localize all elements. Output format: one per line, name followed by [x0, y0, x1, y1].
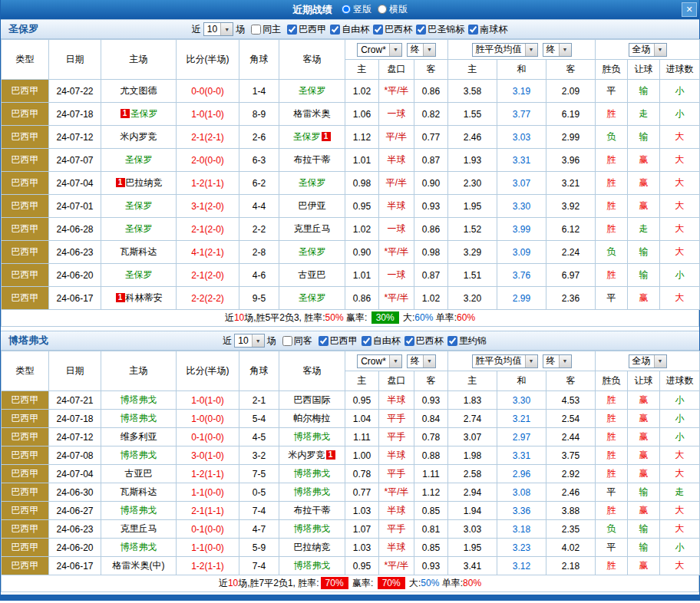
eu-away-odds-cell: 2.54 — [546, 410, 596, 428]
bookmaker-select[interactable]: Crow*▼ — [357, 354, 402, 368]
eu-final-select[interactable]: 终▼ — [543, 43, 572, 57]
close-button[interactable]: ✕ — [682, 2, 697, 17]
eu-draw-odds-cell: 3.23 — [497, 539, 546, 557]
layout-radio-horizontal[interactable]: 横版 — [378, 3, 408, 16]
same-venue-filter[interactable]: 同主 — [251, 23, 281, 36]
scope-select[interactable]: 全场▼ — [629, 354, 667, 368]
ah-final-select[interactable]: 终▼ — [407, 43, 436, 57]
col-handicap: 让球 — [628, 371, 660, 391]
eu-home-odds-cell: 1.98 — [448, 446, 497, 465]
league-checkbox[interactable] — [447, 336, 457, 346]
league-label: 巴西甲 — [299, 23, 326, 36]
goals-result-cell: 大 — [660, 195, 700, 218]
eu-away-odds-cell: 2.24 — [546, 241, 596, 264]
league-checkbox[interactable] — [373, 25, 383, 35]
date-cell: 24-07-18 — [49, 103, 101, 126]
match-count-select[interactable]: 10▼ — [234, 334, 264, 348]
match-row: 巴西甲24-06-23瓦斯科达4-1(2-1)2-8圣保罗0.90*平/半0.9… — [2, 241, 700, 264]
col-eu-away: 客 — [546, 60, 596, 80]
eu-draw-odds-cell: 3.07 — [497, 172, 546, 195]
odds-average-select[interactable]: 胜平负均值▼ — [472, 43, 538, 57]
league-filter[interactable]: 巴西甲 — [319, 334, 358, 348]
match-row: 巴西甲24-06-20博塔弗戈1-1(0-0)5-9巴拉纳竞1.03半球0.85… — [2, 539, 700, 557]
eu-draw-odds-cell: 2.96 — [497, 465, 546, 483]
summary-part: 50% — [325, 312, 344, 323]
ah-home-odds-cell: 0.98 — [345, 172, 379, 195]
result-cell: 胜 — [596, 264, 628, 287]
score-cell: 1-1(0-0) — [177, 483, 239, 502]
handicap-result-cell: 走 — [628, 103, 660, 126]
league-filter[interactable]: 巴西杯 — [404, 334, 444, 348]
league-checkbox[interactable] — [287, 25, 297, 35]
league-checkbox[interactable] — [330, 25, 340, 35]
eu-away-odds-cell: 3.88 — [546, 502, 596, 520]
score-cell: 1-2(1-1) — [177, 465, 239, 483]
team-name: 维多利亚 — [121, 431, 157, 442]
team-name: 古亚巴 — [299, 269, 326, 280]
home-team-cell: 瓦斯科达 — [101, 483, 177, 502]
result-cell: 胜 — [596, 446, 628, 465]
away-team-cell: 圣保罗 — [279, 172, 345, 195]
goals-result-cell: 小 — [660, 391, 700, 410]
ah-away-odds-cell: 0.87 — [414, 149, 448, 172]
layout-radio-input[interactable] — [342, 5, 351, 14]
eu-final-select[interactable]: 终▼ — [543, 354, 572, 368]
league-filter[interactable]: 巴西杯 — [373, 23, 412, 36]
score-cell: 2-1(2-0) — [177, 218, 239, 241]
summary-row: 近10场,胜7平2负1, 胜率:70% 赢率: 70% 大:50% 单率:80% — [1, 575, 699, 592]
red-card-badge: 1 — [322, 132, 331, 141]
ah-line-cell: 半球 — [379, 149, 414, 172]
league-checkbox[interactable] — [404, 336, 414, 346]
layout-radio-input[interactable] — [378, 5, 387, 14]
ah-away-odds-cell: 0.98 — [414, 241, 448, 264]
league-filter[interactable]: 巴圣锦标 — [416, 23, 464, 36]
eu-home-odds-cell: 1.95 — [448, 195, 497, 218]
summary-part: 单率: — [433, 312, 457, 323]
league-filter[interactable]: 自由杯 — [330, 23, 369, 36]
scope-select[interactable]: 全场▼ — [629, 43, 667, 57]
home-team-cell: 1巴拉纳竞 — [101, 172, 177, 195]
league-checkbox[interactable] — [468, 25, 478, 35]
league-filter[interactable]: 南球杯 — [468, 23, 507, 36]
summary-row: 近10场,胜5平2负3, 胜率:50% 赢率: 30% 大:60% 单率:60% — [1, 310, 699, 327]
league-cell: 巴西甲 — [2, 126, 49, 149]
league-filter[interactable]: 自由杯 — [362, 334, 401, 348]
bookmaker-select[interactable]: Crow*▼ — [357, 43, 402, 57]
score-cell: 3-1(2-0) — [177, 195, 239, 218]
layout-radio-vertical[interactable]: 竖版 — [342, 3, 371, 16]
eu-away-odds-cell: 2.09 — [546, 80, 596, 103]
team-name: 博塔弗戈 — [121, 450, 157, 460]
team-name: 博塔弗戈 — [121, 394, 157, 405]
home-team-cell: 1科林蒂安 — [101, 287, 177, 310]
league-label: 南球杯 — [480, 23, 507, 36]
odds-average-select[interactable]: 胜平负均值▼ — [472, 354, 538, 368]
same-venue-checkbox[interactable] — [251, 25, 261, 35]
league-checkbox[interactable] — [319, 336, 329, 346]
goals-result-cell: 小 — [660, 539, 700, 557]
goals-result-cell: 大 — [660, 241, 700, 264]
home-team-cell: 圣保罗 — [101, 264, 177, 287]
eu-home-odds-cell: 1.95 — [448, 539, 497, 557]
handicap-result-cell: 赢 — [628, 287, 660, 310]
league-cell: 巴西甲 — [2, 103, 49, 126]
result-cell: 胜 — [596, 428, 628, 446]
handicap-result-cell: 赢 — [628, 446, 660, 465]
score-cell: 2-1(2-1) — [177, 126, 239, 149]
league-filter[interactable]: 巴西甲 — [287, 23, 326, 36]
league-filter[interactable]: 里约锦 — [447, 334, 487, 348]
same-venue-checkbox[interactable] — [282, 336, 292, 346]
away-team-cell: 博塔弗戈 — [279, 520, 345, 539]
league-checkbox[interactable] — [362, 336, 371, 346]
ah-final-select[interactable]: 终▼ — [407, 354, 436, 368]
goals-result-cell: 大 — [660, 502, 700, 520]
match-count-select[interactable]: 10▼ — [203, 22, 233, 36]
near-label: 近 — [223, 334, 232, 348]
ah-line-cell: 一球 — [379, 264, 414, 287]
red-card-badge: 1 — [121, 109, 130, 118]
league-label: 巴西杯 — [416, 334, 444, 348]
eu-away-odds-cell: 2.35 — [546, 520, 596, 539]
same-venue-filter[interactable]: 同客 — [282, 334, 312, 348]
league-checkbox[interactable] — [416, 25, 426, 35]
ah-home-odds-cell: 1.02 — [345, 80, 379, 103]
col-eu-home: 主 — [448, 60, 497, 80]
